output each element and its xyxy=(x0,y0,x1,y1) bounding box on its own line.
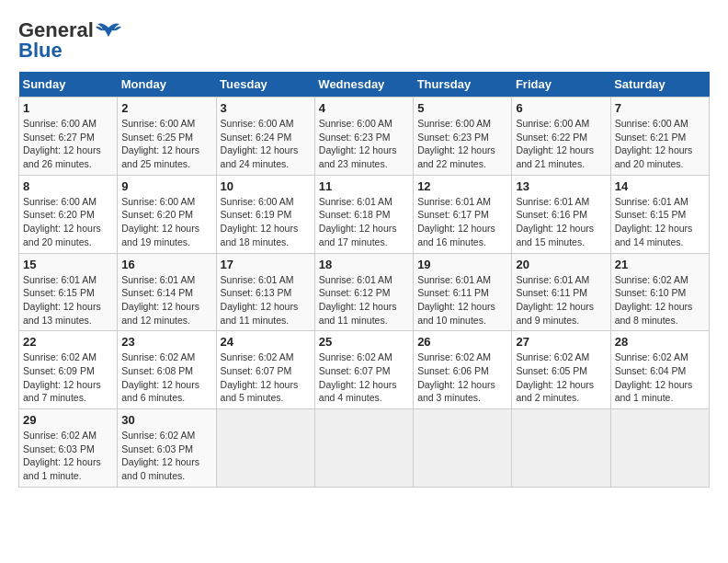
sunset-label: Sunset: 6:03 PM xyxy=(23,443,95,454)
day-number: 29 xyxy=(23,413,113,427)
day-info: Sunrise: 6:00 AM Sunset: 6:23 PM Dayligh… xyxy=(417,117,507,171)
sunset-label: Sunset: 6:23 PM xyxy=(417,132,489,143)
sunrise-label: Sunrise: 6:02 AM xyxy=(319,351,392,362)
sunrise-label: Sunrise: 6:00 AM xyxy=(221,196,294,207)
day-info: Sunrise: 6:00 AM Sunset: 6:21 PM Dayligh… xyxy=(615,117,705,171)
sunrise-label: Sunrise: 6:01 AM xyxy=(121,274,195,285)
sunrise-label: Sunrise: 6:01 AM xyxy=(615,196,688,207)
sunrise-label: Sunrise: 6:00 AM xyxy=(221,118,294,129)
sunrise-label: Sunrise: 6:02 AM xyxy=(615,274,688,285)
day-info: Sunrise: 6:02 AM Sunset: 6:03 PM Dayligh… xyxy=(121,429,211,483)
weekday-header-saturday: Saturday xyxy=(610,72,709,98)
calendar-cell: 15 Sunrise: 6:01 AM Sunset: 6:15 PM Dayl… xyxy=(19,253,118,331)
sunset-label: Sunset: 6:05 PM xyxy=(516,365,587,376)
calendar-cell: 21 Sunrise: 6:02 AM Sunset: 6:10 PM Dayl… xyxy=(610,253,709,331)
daylight-label: Daylight: 12 hours and 12 minutes. xyxy=(121,301,199,326)
calendar-cell: 1 Sunrise: 6:00 AM Sunset: 6:27 PM Dayli… xyxy=(19,98,118,176)
day-number: 23 xyxy=(121,335,211,349)
sunrise-label: Sunrise: 6:01 AM xyxy=(417,274,491,285)
day-info: Sunrise: 6:02 AM Sunset: 6:05 PM Dayligh… xyxy=(516,350,606,405)
daylight-label: Daylight: 12 hours and 16 minutes. xyxy=(417,223,495,247)
sunset-label: Sunset: 6:07 PM xyxy=(221,365,292,376)
calendar-cell: 11 Sunrise: 6:01 AM Sunset: 6:18 PM Dayl… xyxy=(314,175,413,253)
daylight-label: Daylight: 12 hours and 9 minutes. xyxy=(516,301,594,326)
day-number: 24 xyxy=(221,335,311,349)
sunset-label: Sunset: 6:04 PM xyxy=(615,365,687,376)
weekday-header-tuesday: Tuesday xyxy=(216,72,314,98)
day-number: 8 xyxy=(23,179,113,193)
day-number: 3 xyxy=(221,101,311,115)
sunrise-label: Sunrise: 6:02 AM xyxy=(121,351,195,362)
day-number: 11 xyxy=(319,179,409,193)
calendar-cell: 10 Sunrise: 6:00 AM Sunset: 6:19 PM Dayl… xyxy=(216,175,314,253)
calendar-week-3: 15 Sunrise: 6:01 AM Sunset: 6:15 PM Dayl… xyxy=(19,253,710,331)
daylight-label: Daylight: 12 hours and 2 minutes. xyxy=(516,379,594,404)
day-number: 2 xyxy=(121,101,211,115)
calendar-cell: 28 Sunrise: 6:02 AM Sunset: 6:04 PM Dayl… xyxy=(610,331,709,409)
calendar-cell: 17 Sunrise: 6:01 AM Sunset: 6:13 PM Dayl… xyxy=(216,253,314,331)
sunrise-label: Sunrise: 6:02 AM xyxy=(615,351,688,362)
calendar-cell: 2 Sunrise: 6:00 AM Sunset: 6:25 PM Dayli… xyxy=(118,98,216,176)
calendar-cell: 24 Sunrise: 6:02 AM Sunset: 6:07 PM Dayl… xyxy=(216,331,314,409)
daylight-label: Daylight: 12 hours and 1 minute. xyxy=(23,456,101,481)
sunrise-label: Sunrise: 6:00 AM xyxy=(23,196,97,207)
day-number: 28 xyxy=(615,335,705,349)
day-info: Sunrise: 6:00 AM Sunset: 6:22 PM Dayligh… xyxy=(516,117,606,171)
weekday-header-thursday: Thursday xyxy=(414,72,512,98)
day-info: Sunrise: 6:01 AM Sunset: 6:14 PM Dayligh… xyxy=(121,273,211,327)
day-number: 13 xyxy=(516,179,606,193)
day-info: Sunrise: 6:00 AM Sunset: 6:19 PM Dayligh… xyxy=(221,195,311,249)
sunset-label: Sunset: 6:27 PM xyxy=(23,132,95,143)
calendar-cell: 22 Sunrise: 6:02 AM Sunset: 6:09 PM Dayl… xyxy=(19,331,118,409)
sunset-label: Sunset: 6:21 PM xyxy=(615,132,687,143)
day-info: Sunrise: 6:01 AM Sunset: 6:11 PM Dayligh… xyxy=(417,273,507,327)
daylight-label: Daylight: 12 hours and 20 minutes. xyxy=(615,144,693,169)
sunset-label: Sunset: 6:16 PM xyxy=(516,209,587,220)
day-info: Sunrise: 6:02 AM Sunset: 6:06 PM Dayligh… xyxy=(417,350,507,405)
calendar-cell: 25 Sunrise: 6:02 AM Sunset: 6:07 PM Dayl… xyxy=(314,331,413,409)
sunrise-label: Sunrise: 6:02 AM xyxy=(516,351,589,362)
day-number: 18 xyxy=(319,258,409,271)
day-number: 7 xyxy=(615,101,705,115)
sunrise-label: Sunrise: 6:00 AM xyxy=(121,196,195,207)
sunset-label: Sunset: 6:15 PM xyxy=(615,209,687,220)
sunrise-label: Sunrise: 6:00 AM xyxy=(23,118,97,129)
sunrise-label: Sunrise: 6:02 AM xyxy=(23,351,97,362)
daylight-label: Daylight: 12 hours and 4 minutes. xyxy=(319,379,397,404)
daylight-label: Daylight: 12 hours and 26 minutes. xyxy=(23,144,101,169)
daylight-label: Daylight: 12 hours and 14 minutes. xyxy=(615,223,693,247)
calendar-week-1: 1 Sunrise: 6:00 AM Sunset: 6:27 PM Dayli… xyxy=(19,98,710,176)
calendar-cell: 6 Sunrise: 6:00 AM Sunset: 6:22 PM Dayli… xyxy=(512,98,610,176)
sunrise-label: Sunrise: 6:01 AM xyxy=(319,196,392,207)
sunrise-label: Sunrise: 6:00 AM xyxy=(516,118,589,129)
daylight-label: Daylight: 12 hours and 19 minutes. xyxy=(121,223,199,247)
calendar-cell: 20 Sunrise: 6:01 AM Sunset: 6:11 PM Dayl… xyxy=(512,253,610,331)
calendar-cell: 5 Sunrise: 6:00 AM Sunset: 6:23 PM Dayli… xyxy=(414,98,512,176)
sunrise-label: Sunrise: 6:01 AM xyxy=(417,196,491,207)
sunset-label: Sunset: 6:13 PM xyxy=(221,287,292,298)
calendar-cell: 16 Sunrise: 6:01 AM Sunset: 6:14 PM Dayl… xyxy=(118,253,216,331)
day-number: 14 xyxy=(615,179,705,193)
daylight-label: Daylight: 12 hours and 8 minutes. xyxy=(615,301,693,326)
day-info: Sunrise: 6:02 AM Sunset: 6:09 PM Dayligh… xyxy=(23,350,113,405)
sunset-label: Sunset: 6:24 PM xyxy=(221,132,292,143)
calendar-cell: 12 Sunrise: 6:01 AM Sunset: 6:17 PM Dayl… xyxy=(414,175,512,253)
day-info: Sunrise: 6:02 AM Sunset: 6:08 PM Dayligh… xyxy=(121,350,211,405)
sunset-label: Sunset: 6:10 PM xyxy=(615,287,687,298)
sunrise-label: Sunrise: 6:01 AM xyxy=(221,274,294,285)
daylight-label: Daylight: 12 hours and 11 minutes. xyxy=(319,301,397,326)
daylight-label: Daylight: 12 hours and 24 minutes. xyxy=(221,144,299,169)
sunrise-label: Sunrise: 6:02 AM xyxy=(417,351,491,362)
day-info: Sunrise: 6:02 AM Sunset: 6:10 PM Dayligh… xyxy=(615,273,705,327)
calendar-cell: 26 Sunrise: 6:02 AM Sunset: 6:06 PM Dayl… xyxy=(414,331,512,409)
day-info: Sunrise: 6:01 AM Sunset: 6:18 PM Dayligh… xyxy=(319,195,409,249)
daylight-label: Daylight: 12 hours and 1 minute. xyxy=(615,379,693,404)
calendar-week-2: 8 Sunrise: 6:00 AM Sunset: 6:20 PM Dayli… xyxy=(19,175,710,253)
sunset-label: Sunset: 6:11 PM xyxy=(417,287,489,298)
daylight-label: Daylight: 12 hours and 5 minutes. xyxy=(221,379,299,404)
day-info: Sunrise: 6:01 AM Sunset: 6:13 PM Dayligh… xyxy=(221,273,311,327)
sunset-label: Sunset: 6:25 PM xyxy=(121,132,193,143)
weekday-header-monday: Monday xyxy=(118,72,216,98)
weekday-header-wednesday: Wednesday xyxy=(314,72,413,98)
sunset-label: Sunset: 6:06 PM xyxy=(417,365,489,376)
